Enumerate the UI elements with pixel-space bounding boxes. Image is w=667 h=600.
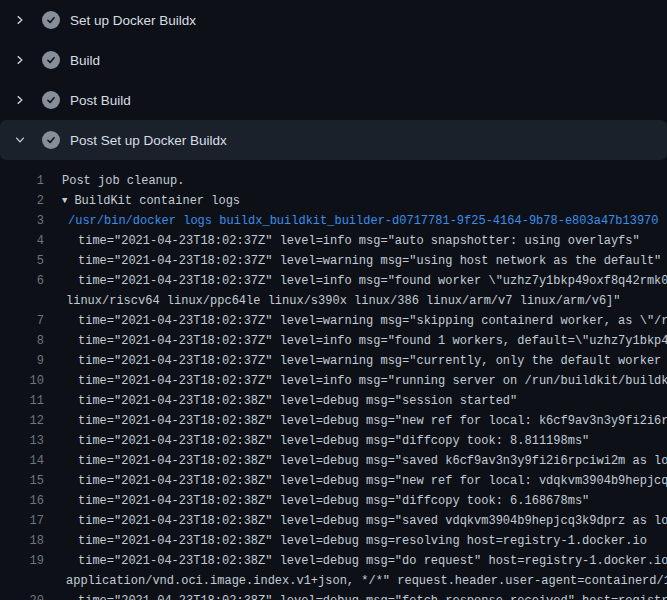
log-text: BuildKit container logs (74, 194, 240, 208)
log-line: 9 ▼time="2021-04-23T18:02:37Z" level=war… (0, 351, 667, 371)
log-line: 20 ▼time="2021-04-23T18:02:38Z" level=de… (0, 591, 667, 600)
log-text: time="2021-04-23T18:02:38Z" level=debug … (78, 454, 667, 468)
log-line: 14 ▼time="2021-04-23T18:02:38Z" level=de… (0, 451, 667, 471)
log-line: 15 ▼time="2021-04-23T18:02:38Z" level=de… (0, 471, 667, 491)
line-number[interactable]: 18 (0, 531, 44, 551)
log-line: 11 ▼time="2021-04-23T18:02:38Z" level=de… (0, 391, 667, 411)
log-line: 12 ▼time="2021-04-23T18:02:38Z" level=de… (0, 411, 667, 431)
log-line: ▼application/vnd.oci.image.index.v1+json… (0, 571, 667, 591)
line-number[interactable]: 7 (0, 311, 44, 331)
log-text: time="2021-04-23T18:02:38Z" level=debug … (78, 494, 589, 508)
log-line: 17 ▼time="2021-04-23T18:02:38Z" level=de… (0, 511, 667, 531)
log-text: time="2021-04-23T18:02:37Z" level=warnin… (78, 314, 667, 328)
steps-list: Set up Docker Buildx Build Post Build (0, 0, 667, 160)
log-text: time="2021-04-23T18:02:37Z" level=info m… (78, 274, 667, 288)
line-number[interactable] (0, 291, 44, 311)
log-text: /usr/bin/docker logs buildx_buildkit_bui… (68, 214, 659, 228)
line-number[interactable]: 3 (0, 211, 44, 231)
step-label: Post Set up Docker Buildx (70, 133, 227, 148)
step-label: Set up Docker Buildx (70, 13, 196, 28)
log-line: 19 ▼time="2021-04-23T18:02:38Z" level=de… (0, 551, 667, 571)
log-area: 1 ▼Post job cleanup. 2 ▼BuildKit contain… (0, 160, 667, 600)
log-line: 1 ▼Post job cleanup. (0, 171, 667, 191)
step-row[interactable]: Post Set up Docker Buildx (0, 120, 667, 160)
line-number[interactable]: 11 (0, 391, 44, 411)
step-row[interactable]: Build (0, 40, 667, 80)
log-text: time="2021-04-23T18:02:38Z" level=debug … (78, 474, 667, 488)
line-number[interactable]: 12 (0, 411, 44, 431)
step-label: Post Build (70, 93, 131, 108)
line-number[interactable]: 8 (0, 331, 44, 351)
line-number[interactable] (0, 571, 44, 591)
step-label: Build (70, 53, 100, 68)
line-number[interactable]: 19 (0, 551, 44, 571)
log-line: 16 ▼time="2021-04-23T18:02:38Z" level=de… (0, 491, 667, 511)
log-line: 18 ▼time="2021-04-23T18:02:38Z" level=de… (0, 531, 667, 551)
chevron-right-icon[interactable] (12, 52, 28, 68)
log-line: 4 ▼time="2021-04-23T18:02:37Z" level=inf… (0, 231, 667, 251)
log-line: 10 ▼time="2021-04-23T18:02:37Z" level=in… (0, 371, 667, 391)
log-text: time="2021-04-23T18:02:38Z" level=debug … (78, 554, 667, 568)
log-text: Post job cleanup. (62, 174, 184, 188)
check-circle-icon (42, 51, 60, 69)
log-text: time="2021-04-23T18:02:37Z" level=info m… (78, 334, 667, 348)
line-number[interactable]: 16 (0, 491, 44, 511)
log-text: time="2021-04-23T18:02:37Z" level=warnin… (78, 354, 667, 368)
log-line: 7 ▼time="2021-04-23T18:02:37Z" level=war… (0, 311, 667, 331)
line-number[interactable]: 6 (0, 271, 44, 291)
chevron-right-icon[interactable] (12, 12, 28, 28)
step-row[interactable]: Post Build (0, 80, 667, 120)
log-text: time="2021-04-23T18:02:38Z" level=debug … (78, 514, 667, 528)
workflow-log-viewer: Set up Docker Buildx Build Post Build (0, 0, 667, 600)
chevron-right-icon[interactable] (12, 92, 28, 108)
check-circle-icon (42, 91, 60, 109)
log-text: time="2021-04-23T18:02:38Z" level=debug … (78, 534, 647, 548)
check-circle-icon (42, 11, 60, 29)
log-line: 5 ▼time="2021-04-23T18:02:37Z" level=war… (0, 251, 667, 271)
line-number[interactable]: 9 (0, 351, 44, 371)
check-circle-icon (42, 131, 60, 149)
log-text: time="2021-04-23T18:02:37Z" level=info m… (78, 374, 667, 388)
log-text: time="2021-04-23T18:02:37Z" level=warnin… (78, 254, 661, 268)
line-number[interactable]: 5 (0, 251, 44, 271)
log-line: 6 ▼time="2021-04-23T18:02:37Z" level=inf… (0, 271, 667, 291)
log-text: time="2021-04-23T18:02:37Z" level=info m… (78, 234, 640, 248)
group-collapse-icon[interactable]: ▼ (62, 196, 74, 206)
chevron-down-icon[interactable] (12, 132, 28, 148)
log-text: linux/riscv64 linux/ppc64le linux/s390x … (66, 294, 621, 308)
line-number[interactable]: 10 (0, 371, 44, 391)
log-line: 8 ▼time="2021-04-23T18:02:37Z" level=inf… (0, 331, 667, 351)
log-text: time="2021-04-23T18:02:38Z" level=debug … (78, 414, 667, 428)
line-number[interactable]: 17 (0, 511, 44, 531)
log-text: time="2021-04-23T18:02:38Z" level=debug … (78, 394, 517, 408)
step-row[interactable]: Set up Docker Buildx (0, 0, 667, 40)
line-number[interactable]: 13 (0, 431, 44, 451)
log-line: 2 ▼BuildKit container logs (0, 191, 667, 211)
log-text: time="2021-04-23T18:02:38Z" level=debug … (78, 434, 589, 448)
line-number[interactable]: 4 (0, 231, 44, 251)
log-line: ▼linux/riscv64 linux/ppc64le linux/s390x… (0, 291, 667, 311)
log-text: time="2021-04-23T18:02:38Z" level=debug … (78, 594, 667, 600)
line-number[interactable]: 2 (0, 191, 44, 211)
line-number[interactable]: 14 (0, 451, 44, 471)
line-number[interactable]: 15 (0, 471, 44, 491)
log-line: 13 ▼time="2021-04-23T18:02:38Z" level=de… (0, 431, 667, 451)
line-number[interactable]: 1 (0, 171, 44, 191)
line-number[interactable]: 20 (0, 591, 44, 600)
log-line: 3 ▼/usr/bin/docker logs buildx_buildkit_… (0, 211, 667, 231)
log-text: application/vnd.oci.image.index.v1+json,… (66, 574, 667, 588)
